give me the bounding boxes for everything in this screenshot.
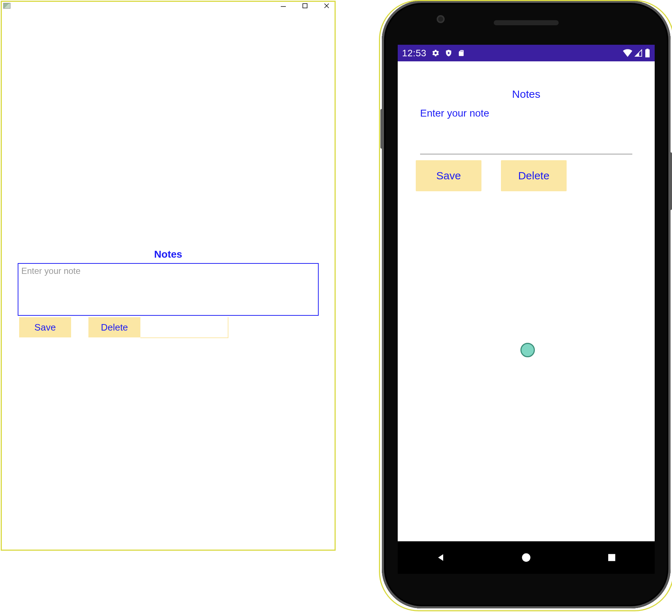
note-input[interactable] [18,264,318,315]
nav-back-button[interactable] [408,552,473,563]
spacer-cell [140,317,228,338]
statusbar: 12:53 [398,45,655,61]
nav-recent-button[interactable] [579,553,644,562]
buttons-row: Save Delete [416,160,655,191]
page-title: Notes [2,249,335,260]
gear-icon [432,49,440,57]
delete-button[interactable]: Delete [88,317,140,337]
wifi-icon [623,49,632,57]
phone-device: 12:53 [379,0,672,611]
window-titlebar [2,2,335,10]
battery-icon [645,49,650,57]
maximize-button[interactable] [301,2,309,9]
phone-body: 12:53 [382,1,671,608]
close-button[interactable] [323,2,330,9]
window-controls [280,2,333,9]
svg-point-4 [522,553,530,562]
buttons-row: Save Delete [19,317,335,338]
note-input[interactable]: Enter your note [420,108,655,119]
delete-button[interactable]: Delete [501,160,567,191]
phone-camera [437,15,445,23]
app-icon [3,3,10,9]
desktop-content: Notes Save Delete [2,249,335,338]
svg-rect-1 [303,4,307,8]
nav-home-button[interactable] [494,552,559,563]
minimize-button[interactable] [280,2,287,9]
note-field-container [18,263,319,316]
phone-power-button [668,152,672,210]
sd-card-icon [458,49,465,57]
desktop-app-window: Notes Save Delete [1,1,336,551]
page-title: Notes [398,88,655,100]
touch-cursor-indicator [520,343,535,357]
statusbar-time: 12:53 [402,48,427,59]
phone-volume-button [380,109,384,149]
svg-rect-5 [608,554,616,561]
phone-nav-bar [398,541,655,574]
note-field-underline [420,154,632,154]
phone-top-bezel [382,1,671,45]
save-button[interactable]: Save [416,160,481,191]
save-button[interactable]: Save [19,317,71,337]
cell-signal-icon [634,49,642,57]
phone-screen: 12:53 [398,45,655,541]
shield-play-icon [445,49,453,57]
phone-speaker [494,20,559,25]
